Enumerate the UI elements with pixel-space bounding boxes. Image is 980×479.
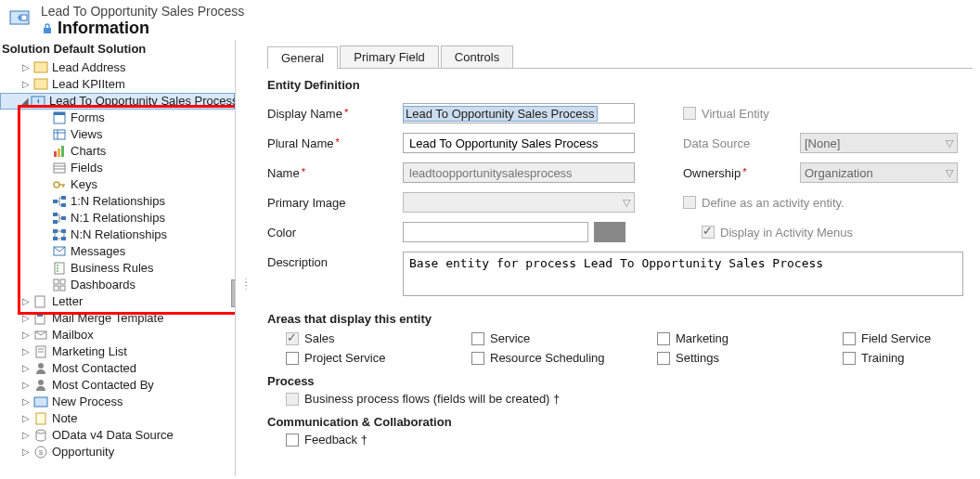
checkbox[interactable] xyxy=(286,434,299,447)
tab-general[interactable]: General xyxy=(267,46,338,69)
display-name-input[interactable]: Lead To Opportunity Sales Process xyxy=(404,107,597,121)
expand-icon[interactable]: ▷ xyxy=(20,377,32,394)
svg-rect-25 xyxy=(53,220,58,224)
tree-subitem[interactable]: Messages xyxy=(0,243,235,260)
comm-item[interactable]: Feedback † xyxy=(286,433,973,447)
checkbox[interactable] xyxy=(657,332,670,345)
tab-controls[interactable]: Controls xyxy=(441,45,513,68)
checkbox[interactable] xyxy=(843,352,856,365)
tree-item[interactable]: ▷Lead KPIItem xyxy=(0,76,235,93)
tree-subitem[interactable]: Charts xyxy=(0,143,235,160)
process-item[interactable]: Business process flows (fields will be c… xyxy=(286,392,973,406)
tree-label: Views xyxy=(69,126,102,143)
tree-label: Charts xyxy=(69,143,106,160)
svg-rect-37 xyxy=(54,286,58,291)
checkbox[interactable] xyxy=(471,332,484,345)
process-entity-icon xyxy=(31,94,45,109)
expand-icon[interactable]: ▷ xyxy=(20,310,32,327)
svg-point-32 xyxy=(57,265,58,266)
solution-tree[interactable]: ▷Lead Address ▷Lead KPIItem ◢Lead To Opp… xyxy=(0,59,235,460)
collapse-icon[interactable]: ◢ xyxy=(21,93,29,110)
areas-grid: Sales Service Marketing Field Service Pr… xyxy=(286,331,973,365)
area-item[interactable]: Marketing xyxy=(657,331,843,345)
entity-icon xyxy=(33,294,48,309)
tree-subitem[interactable]: Business Rules xyxy=(0,260,235,277)
expand-icon[interactable]: ▷ xyxy=(20,76,32,93)
tree-subitem[interactable]: Fields xyxy=(0,160,235,176)
tree-subitem[interactable]: Views xyxy=(0,126,235,143)
expand-icon[interactable]: ▷ xyxy=(20,327,32,343)
relationship-icon xyxy=(52,227,67,242)
tree-item[interactable]: ▷OData v4 Data Source xyxy=(0,427,235,444)
dashboards-icon xyxy=(52,278,67,292)
expand-icon[interactable]: ▷ xyxy=(20,444,32,460)
tree-item[interactable]: ▷Most Contacted By xyxy=(0,377,235,394)
expand-icon[interactable]: ▷ xyxy=(20,394,32,410)
area-item[interactable]: Resource Scheduling xyxy=(471,351,657,365)
tree-subitem[interactable]: Keys xyxy=(0,176,235,193)
area-item[interactable]: Training xyxy=(843,351,980,365)
svg-rect-1 xyxy=(21,15,27,20)
tree-item[interactable]: ▷Marketing List xyxy=(0,343,235,360)
checkbox[interactable] xyxy=(471,352,484,365)
svg-rect-29 xyxy=(61,237,66,240)
checkbox[interactable] xyxy=(843,332,856,345)
tree-item[interactable]: ▷Most Contacted xyxy=(0,360,235,377)
expand-icon[interactable]: ▷ xyxy=(20,293,32,310)
checkbox[interactable] xyxy=(657,352,670,365)
tree-subitem[interactable]: Forms xyxy=(0,110,235,126)
area-item[interactable]: Service xyxy=(471,331,657,345)
lock-icon xyxy=(41,22,54,35)
tree-item[interactable]: ▷$Opportunity xyxy=(0,444,235,460)
color-input[interactable] xyxy=(403,222,588,242)
area-item[interactable]: Field Service xyxy=(843,331,980,345)
tree-item[interactable]: ▷Lead Address xyxy=(0,59,235,76)
expand-icon[interactable]: ▷ xyxy=(20,410,32,427)
area-item[interactable]: Sales xyxy=(286,331,471,345)
svg-rect-2 xyxy=(44,28,51,33)
label-data-source: Data Source xyxy=(683,136,794,150)
description-input[interactable] xyxy=(403,252,963,296)
tree-label: New Process xyxy=(50,394,123,410)
tree-item[interactable]: ▷Note xyxy=(0,410,235,427)
expand-icon[interactable]: ▷ xyxy=(20,427,32,444)
plural-name-input[interactable] xyxy=(403,133,635,153)
checkbox[interactable] xyxy=(286,352,299,365)
primary-image-select[interactable]: ▽ xyxy=(403,192,635,213)
svg-rect-49 xyxy=(36,413,45,424)
main-panel: General Primary Field Controls Entity De… xyxy=(236,40,980,476)
tree-item[interactable]: ▷Letter xyxy=(0,293,235,310)
svg-rect-20 xyxy=(53,200,58,203)
svg-rect-3 xyxy=(34,62,47,72)
area-label: Training xyxy=(861,351,904,365)
label-plural-name: Plural Name xyxy=(267,136,397,150)
tree-label: OData v4 Data Source xyxy=(50,427,174,444)
expand-icon[interactable]: ▷ xyxy=(20,343,32,360)
tree-label: Mailbox xyxy=(50,327,94,343)
section-areas: Areas that display this entity xyxy=(267,312,973,326)
area-label: Service xyxy=(490,331,530,345)
area-item[interactable]: Settings xyxy=(657,351,843,365)
tree-item[interactable]: ▷Mail Merge Template xyxy=(0,310,235,327)
color-swatch[interactable] xyxy=(594,222,625,242)
expand-icon[interactable]: ▷ xyxy=(20,59,32,76)
svg-rect-48 xyxy=(34,397,47,407)
tree-subitem[interactable]: N:1 Relationships xyxy=(0,210,235,227)
label-define-activity: Define as an activity entity. xyxy=(702,196,845,210)
tree-subitem[interactable]: N:N Relationships xyxy=(0,227,235,243)
tree-label: 1:N Relationships xyxy=(69,193,165,210)
tree-item-selected[interactable]: ◢Lead To Opportunity Sales Process xyxy=(0,93,235,110)
tree-subitem[interactable]: Dashboards xyxy=(0,277,235,293)
tree-label: Most Contacted By xyxy=(50,377,154,394)
area-item[interactable]: Project Service xyxy=(286,351,471,365)
chevron-down-icon: ▽ xyxy=(946,167,953,179)
expand-icon[interactable]: ▷ xyxy=(20,360,32,377)
tree-item[interactable]: ▷Mailbox xyxy=(0,327,235,343)
header: Lead To Opportunity Sales Process Inform… xyxy=(0,0,980,40)
tab-primary-field[interactable]: Primary Field xyxy=(340,45,439,68)
tree-item[interactable]: ▷New Process xyxy=(0,394,235,410)
area-label: Marketing xyxy=(676,331,729,345)
svg-rect-22 xyxy=(61,203,66,207)
relationship-icon xyxy=(52,211,67,226)
tree-subitem[interactable]: 1:N Relationships xyxy=(0,193,235,210)
